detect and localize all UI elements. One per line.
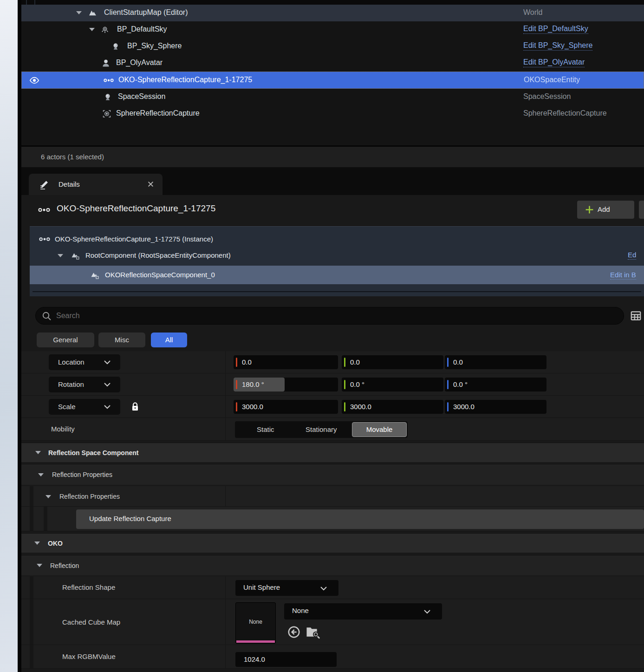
chevron-down-icon bbox=[104, 404, 111, 410]
chevron-down-icon bbox=[423, 609, 431, 614]
outliner-row-type: SphereReflectionCapture bbox=[523, 109, 607, 117]
update-button-label: Update Reflection Capture bbox=[89, 515, 171, 522]
edit-blueprint-link[interactable]: Edit BP_DefaultSky bbox=[523, 25, 588, 34]
rotation-y-field[interactable]: 0.0 ° bbox=[342, 378, 443, 391]
rotation-x-field[interactable]: 180.0 ° bbox=[234, 378, 338, 391]
mobility-static[interactable]: Static bbox=[257, 425, 274, 433]
panel-edge bbox=[18, 0, 21, 672]
expander-icon[interactable] bbox=[46, 495, 51, 498]
location-z-field[interactable]: 0.0 bbox=[445, 355, 546, 369]
rotation-x-value: 180.0 ° bbox=[242, 380, 264, 388]
location-x-field[interactable]: 0.0 bbox=[234, 355, 338, 369]
expander-icon[interactable] bbox=[35, 451, 41, 454]
expander-icon[interactable] bbox=[34, 542, 40, 545]
update-reflection-capture-button[interactable]: Update Reflection Capture bbox=[76, 509, 644, 529]
max-rgbm-value: 1024.0 bbox=[244, 655, 265, 663]
component-label: OKO-SphereReflectionCapture_1-17275 (Ins… bbox=[55, 235, 213, 243]
section-reflection-properties[interactable]: Reflection Properties bbox=[21, 464, 644, 485]
scale-label: Scale bbox=[58, 403, 76, 411]
outliner-row-selected[interactable]: OKO-SphereReflectionCapture_1-17275 OKOS… bbox=[21, 72, 644, 89]
expander-icon[interactable] bbox=[76, 11, 82, 14]
scale-lock-icon[interactable] bbox=[131, 402, 139, 412]
scale-x-field[interactable]: 3000.0 bbox=[234, 400, 338, 414]
search-input[interactable]: Search bbox=[35, 307, 624, 325]
row-update-reflection-capture: Update Reflection Capture bbox=[21, 507, 644, 531]
max-rgbm-field[interactable]: 1024.0 bbox=[235, 652, 337, 667]
outliner-row-actor[interactable]: BP_OlyAvatar Edit BP_OlyAvatar bbox=[21, 55, 644, 72]
visibility-eye-icon[interactable] bbox=[29, 76, 39, 85]
filter-misc[interactable]: Misc bbox=[98, 333, 145, 347]
mobility-stationary[interactable]: Stationary bbox=[306, 425, 337, 433]
scale-dropdown[interactable]: Scale bbox=[49, 399, 120, 415]
cached-cube-map-value: None bbox=[292, 607, 309, 614]
property-row-scale: Scale 3000.0 3000.0 3000.0 bbox=[21, 396, 644, 418]
section-oko[interactable]: OKO bbox=[21, 533, 644, 553]
filter-general[interactable]: General bbox=[37, 333, 94, 347]
expander-icon[interactable] bbox=[89, 28, 95, 31]
desktop-background bbox=[0, 0, 18, 672]
search-placeholder: Search bbox=[56, 312, 80, 320]
column-divider bbox=[26, 0, 27, 5]
view-options-grid-icon[interactable] bbox=[630, 310, 642, 322]
cached-cube-map-dropdown[interactable]: None bbox=[284, 603, 442, 620]
outliner-row-actor[interactable]: SpaceSession SpaceSession bbox=[21, 89, 644, 105]
mobility-label: Mobility bbox=[51, 425, 75, 433]
expander-icon[interactable] bbox=[37, 564, 42, 567]
asset-thumbnail-label: None bbox=[236, 619, 275, 625]
scale-z-value: 3000.0 bbox=[453, 403, 475, 411]
outliner-row-level[interactable]: ClientStartupMap (Editor) World bbox=[21, 5, 644, 21]
expander-icon[interactable] bbox=[38, 473, 44, 476]
outliner-row-actor[interactable]: BP_Sky_Sphere Edit BP_Sky_Sphere bbox=[21, 38, 644, 55]
edit-in-blueprint-link[interactable]: Ed bbox=[628, 251, 636, 260]
component-tree: OKO-SphereReflectionCapture_1-17275 (Ins… bbox=[30, 226, 644, 296]
indent-rail bbox=[30, 507, 33, 531]
scale-z-field[interactable]: 3000.0 bbox=[445, 400, 546, 414]
location-dropdown[interactable]: Location bbox=[49, 354, 120, 370]
filter-all[interactable]: All bbox=[151, 333, 187, 347]
asset-thumbnail[interactable]: None bbox=[235, 602, 276, 644]
browse-to-asset-icon[interactable] bbox=[306, 625, 320, 639]
rotation-dropdown[interactable]: Rotation bbox=[49, 377, 120, 392]
property-row-max-rgbm: Max RGBMValue 1024.0 bbox=[21, 645, 644, 669]
edit-blueprint-link[interactable]: Edit BP_Sky_Sphere bbox=[523, 41, 592, 51]
expander-icon[interactable] bbox=[58, 254, 63, 257]
component-row-selected[interactable]: OKOReflectionSpaceComponent_0 Edit in B bbox=[30, 266, 644, 284]
scale-y-value: 3000.0 bbox=[350, 403, 371, 411]
indent-rail bbox=[30, 645, 33, 668]
column-divider bbox=[34, 0, 35, 5]
outliner-row-label: BP_Sky_Sphere bbox=[127, 42, 182, 50]
asset-type-color-bar bbox=[236, 640, 275, 643]
sky-icon bbox=[100, 25, 110, 34]
world-outliner: ClientStartupMap (Editor) World BP_Defau… bbox=[21, 0, 644, 145]
section-reflection-space-component[interactable]: Reflection Space Component bbox=[21, 443, 644, 462]
rotation-z-field[interactable]: 0.0 ° bbox=[445, 378, 546, 391]
scale-y-field[interactable]: 3000.0 bbox=[342, 400, 443, 414]
chevron-down-icon bbox=[104, 382, 111, 387]
axis-x-bar bbox=[236, 402, 237, 411]
mobility-movable-selected[interactable]: Movable bbox=[352, 422, 407, 437]
component-row-root[interactable]: RootComponent (RootSpaceEntityComponent)… bbox=[30, 247, 644, 264]
location-y-field[interactable]: 0.0 bbox=[342, 355, 443, 369]
section-reflection-properties-inner[interactable]: Reflection Properties bbox=[21, 486, 644, 507]
use-selected-asset-icon[interactable] bbox=[287, 625, 301, 639]
property-row-cached-cube-map: Cached Cube Map None None bbox=[21, 599, 644, 645]
close-icon[interactable] bbox=[148, 181, 154, 187]
edit-blueprint-link[interactable]: Edit BP_OlyAvatar bbox=[523, 58, 585, 67]
partial-button[interactable] bbox=[639, 201, 644, 219]
unreal-editor-panel: ClientStartupMap (Editor) World BP_Defau… bbox=[0, 0, 644, 672]
reflection-shape-dropdown[interactable]: Unit Sphere bbox=[235, 580, 338, 596]
section-reflection[interactable]: Reflection bbox=[21, 555, 644, 575]
outliner-row-actor[interactable]: SphereReflectionCapture SphereReflection… bbox=[21, 105, 644, 122]
edit-in-blueprint-link[interactable]: Edit in B bbox=[610, 271, 636, 280]
tab-details[interactable]: Details bbox=[29, 174, 163, 195]
outliner-row-actor[interactable]: BP_DefaultSky Edit BP_DefaultSky bbox=[21, 21, 644, 38]
avatar-icon bbox=[101, 59, 111, 68]
scale-x-value: 3000.0 bbox=[242, 403, 263, 411]
outliner-row-label: BP_OlyAvatar bbox=[116, 59, 163, 67]
cached-cube-map-label: Cached Cube Map bbox=[62, 618, 120, 626]
level-icon bbox=[88, 9, 97, 17]
component-row-instance[interactable]: OKO-SphereReflectionCapture_1-17275 (Ins… bbox=[30, 231, 644, 247]
add-component-button[interactable]: Add bbox=[577, 201, 634, 219]
reflection-shape-value: Unit Sphere bbox=[243, 583, 280, 591]
axis-y-bar bbox=[344, 380, 345, 389]
